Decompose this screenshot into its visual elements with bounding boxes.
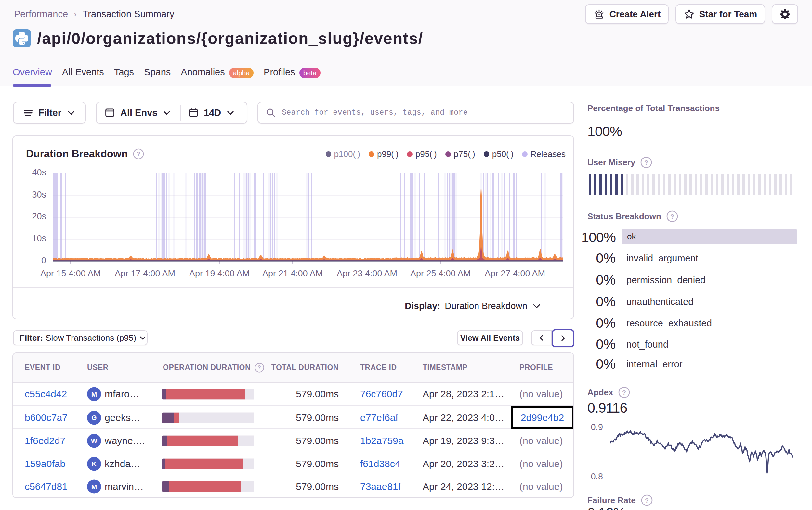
- svg-text:?: ?: [645, 159, 648, 166]
- svg-text:?: ?: [622, 389, 627, 396]
- svg-text:?: ?: [645, 497, 649, 504]
- svg-text:?: ?: [670, 213, 674, 220]
- svg-text:?: ?: [137, 151, 140, 157]
